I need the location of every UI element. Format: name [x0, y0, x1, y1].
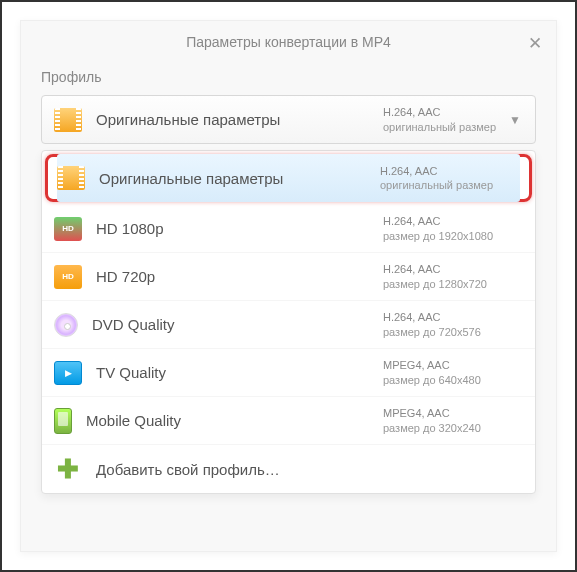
- film-icon: [54, 108, 82, 132]
- option-add-profile[interactable]: ✚ Добавить свой профиль…: [42, 445, 535, 493]
- profile-dropdown: Оригинальные параметры H.264, AAC оригин…: [41, 150, 536, 494]
- body: Профиль Оригинальные параметры H.264, AA…: [21, 63, 556, 494]
- dialog-title: Параметры конвертации в MP4: [186, 34, 391, 50]
- option-hd1080p[interactable]: HD HD 1080p H.264, AAC размер до 1920x10…: [42, 205, 535, 253]
- option-tv[interactable]: TV Quality MPEG4, AAC размер до 640x480: [42, 349, 535, 397]
- option-dvd[interactable]: DVD Quality H.264, AAC размер до 720x576: [42, 301, 535, 349]
- profile-selector[interactable]: Оригинальные параметры H.264, AAC оригин…: [41, 95, 536, 144]
- window-frame: Параметры конвертации в MP4 ✕ Профиль Ор…: [0, 0, 577, 572]
- highlight-callout: Оригинальные параметры H.264, AAC оригин…: [45, 154, 532, 202]
- selector-name: Оригинальные параметры: [96, 111, 383, 128]
- tv-icon: [54, 361, 82, 385]
- film-icon: [57, 166, 85, 190]
- header: Параметры конвертации в MP4 ✕: [21, 21, 556, 63]
- chevron-down-icon: ▼: [509, 113, 521, 127]
- option-hd720p[interactable]: HD HD 720p H.264, AAC размер до 1280x720: [42, 253, 535, 301]
- selector-meta: H.264, AAC оригинальный размер: [383, 105, 523, 134]
- disc-icon: [54, 313, 78, 337]
- hd-720-icon: HD: [54, 265, 82, 289]
- option-original[interactable]: Оригинальные параметры H.264, AAC оригин…: [57, 154, 520, 202]
- mobile-icon: [54, 408, 72, 434]
- dialog: Параметры конвертации в MP4 ✕ Профиль Ор…: [20, 20, 557, 552]
- plus-icon: ✚: [54, 457, 82, 481]
- option-mobile[interactable]: Mobile Quality MPEG4, AAC размер до 320x…: [42, 397, 535, 445]
- profile-label: Профиль: [41, 69, 536, 85]
- hd-1080-icon: HD: [54, 217, 82, 241]
- close-icon[interactable]: ✕: [528, 33, 542, 54]
